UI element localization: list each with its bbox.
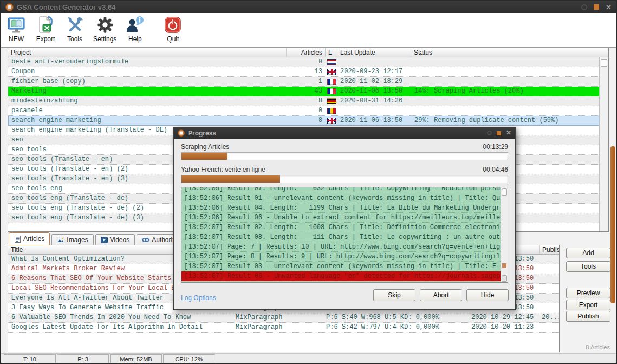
tab-label: Articles [23,235,44,243]
log-line: [13:52:07] Result 02. Length: 1008 Chars… [181,223,501,232]
tab-label: Videos [110,236,129,244]
log-line: [13:52:06] Result 06 - Unable to extract… [181,213,501,223]
toolbar-label: NEW [9,35,24,43]
quit-button[interactable]: Quit [162,15,184,43]
project-row[interactable]: beste anti-verouderingsformule 0 [8,57,599,67]
tab-images[interactable]: Images [51,234,93,245]
publish-button[interactable]: Publish [566,311,610,322]
toolbar-label: Settings [93,35,116,43]
help-icon [125,15,145,35]
articles-doc-icon [14,236,21,243]
help-button[interactable]: Help [124,15,146,43]
project-row[interactable]: search engine marketing 8 2020-11-06 13:… [8,116,599,126]
dialog-maximize-icon[interactable] [497,131,501,135]
project-language [326,116,337,125]
project-row[interactable]: Marketing 43 2020-11-06 13:50 14%: Scrap… [8,87,599,96]
task-row: Scraping Articles 00:13:29 [181,143,508,151]
project-name: Marketing [8,87,287,96]
preview-button[interactable]: Preview [566,288,610,298]
tab-articles[interactable]: Articles [9,232,50,245]
progress-log: [13:52:05] Result 07. Length: 632 Chars … [181,187,508,283]
column-header-project[interactable]: Project [8,48,287,57]
export-button-side[interactable]: Export [566,300,610,310]
add-button[interactable]: Add [566,248,610,258]
dialog-close-icon[interactable]: ✕ [506,131,511,135]
project-articles-count: 0 [287,106,326,115]
settings-button[interactable]: Settings [93,15,116,43]
status-threads: T: 10 [4,354,56,363]
project-name: beste anti-verouderingsformule [8,57,287,67]
progress-fill [181,176,280,183]
project-status: 29%: Removing duplicate content (59%) [411,116,599,125]
project-name: Coupon [8,67,287,76]
toolbar-label: Tools [67,35,82,43]
progress-bar-search [181,175,508,183]
project-language [326,96,337,106]
window-edge-scroll-indicator[interactable] [610,146,615,303]
close-icon[interactable]: ✕ [606,4,612,10]
column-header-status[interactable]: Status [411,48,608,57]
abort-button[interactable]: Abort [420,289,462,301]
nl-flag-icon [327,59,336,65]
project-row[interactable]: Coupon 13 2020-09-23 12:17 [8,67,599,77]
images-picture-icon [57,237,64,243]
dialog-minimize-icon[interactable] [487,131,492,135]
project-row[interactable]: mindesteinzahlung 8 2020-08-31 14:26 [8,96,599,106]
export-icon [36,15,55,35]
project-status: 14%: Scraping Articles (20%) [411,87,599,96]
column-header-articles[interactable]: Articles [287,48,326,57]
log-scrollbar-thumb[interactable] [502,188,507,196]
project-status [411,67,599,76]
column-header-last-update[interactable]: Last Update [337,48,411,57]
article-row[interactable]: 6 Valuable SEO Trends In 2020 You Need T… [8,313,559,323]
settings-gear-icon [95,15,115,35]
column-header-language[interactable]: L [326,48,337,57]
uk-flag-icon [327,69,336,75]
project-table-scrollbar[interactable] [599,57,608,231]
status-cpu: CPU: 12% [163,354,215,363]
project-name: pacanele [8,106,287,115]
log-options-link[interactable]: Log Options [181,294,216,302]
export-button[interactable]: Export [35,15,56,43]
article-publish [540,303,559,313]
log-scrollbar-marker [502,263,506,268]
project-status [411,106,599,115]
hide-button[interactable]: Hide [466,289,509,301]
column-header-publish[interactable]: Publis... [540,245,559,254]
project-articles-count: 8 [287,116,326,125]
article-type: MixParagraph [229,313,324,322]
new-button[interactable]: NEW [5,15,27,43]
article-title: Googles Latest Update For Its Algorithm … [8,323,229,332]
project-last-update: 2020-11-02 18:29 [337,77,411,86]
article-type: MixParagraph [229,323,324,332]
title-bar: GSA Content Generator v3.64 ✕ [1,1,616,13]
tab-videos[interactable]: Videos [95,234,135,245]
log-line: [13:52:07] Result 06 - Unwanted language… [181,271,501,281]
article-row[interactable]: Googles Latest Update For Its Algorithm … [8,323,559,333]
de-flag-icon [327,98,336,104]
scrollbar-thumb[interactable] [601,59,607,67]
log-line: [13:52:06] Result 01 - unrelevant conten… [181,193,501,203]
toolbar-label: Export [36,35,55,43]
tools-button-side[interactable]: Tools [566,261,610,272]
project-last-update [337,57,411,67]
maximize-icon[interactable] [594,4,599,10]
progress-dialog: Progress ✕ Scraping Articles 00:13:29 Ya… [173,127,516,310]
skip-button[interactable]: Skip [373,289,415,301]
tools-button[interactable]: Tools [64,15,86,43]
project-row[interactable]: fichier base (copy) 1 2020-11-02 18:29 [8,77,599,87]
project-row[interactable]: pacanele 0 [8,106,599,116]
log-line: [13:52:07] Result 03 - unrelevant conten… [181,262,501,271]
article-publish [540,284,559,293]
project-status [411,77,599,86]
minimize-icon[interactable] [581,4,587,10]
status-projects: P: 3 [57,354,109,363]
log-scrollbar[interactable] [501,187,508,282]
project-name: fichier base (copy) [8,77,287,86]
project-articles-count: 1 [287,77,326,86]
articles-count-label: 8 Articles [586,344,610,350]
progress-dialog-title-bar[interactable]: Progress ✕ [174,127,515,139]
project-name: search engine marketing [8,116,287,125]
log-scrollbar-down-button[interactable] [502,275,507,282]
article-publish [540,264,559,274]
